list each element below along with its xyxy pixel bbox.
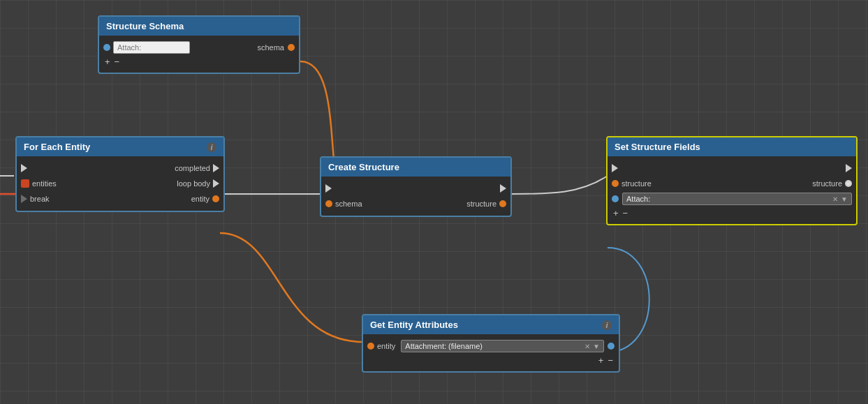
create-structure-title: Create Structure [328,162,399,172]
create-exec-out-tri [500,184,506,193]
get-entity-attributes-body: entity Attachment: (filename) ✕ ▼ + − [363,334,619,371]
entities-square [21,179,29,188]
set-fields-structure-in-label: structure [621,179,652,188]
get-entity-clear-btn[interactable]: ✕ [584,343,590,350]
create-schema-in: schema [325,200,362,208]
set-fields-exec-row [608,160,856,176]
structure-schema-remove[interactable]: − [115,57,120,67]
get-entity-remove[interactable]: − [608,355,613,366]
for-each-entities-row: entities loop body [17,176,223,191]
for-each-exec-in [21,164,27,172]
for-each-entity-header: For Each Entity i [17,137,223,156]
loop-body-out: loop body [177,179,219,188]
get-entity-attributes-title: Get Entity Attributes [370,320,458,330]
create-schema-circle [325,200,332,207]
create-structure-ports-row: schema structure [321,196,510,211]
get-entity-dropdown-arrow[interactable]: ▼ [593,343,600,350]
set-fields-structure-in: structure [612,179,652,188]
break-triangle [21,195,27,203]
set-fields-structure-out: structure [812,179,852,188]
set-fields-blue-circle [612,195,619,202]
set-fields-add[interactable]: + [613,208,619,218]
structure-schema-add-remove: + − [99,55,299,68]
structure-schema-attach-row: schema [99,40,299,55]
create-schema-label: schema [335,200,362,208]
for-each-break-row: break entity [17,191,223,207]
set-structure-fields-header: Set Structure Fields [608,137,856,156]
set-fields-dropdown-arrow[interactable]: ▼ [841,195,848,203]
structure-schema-attach-input[interactable] [113,41,190,54]
set-fields-structure-in-circle [612,180,619,187]
for-each-entity-node: For Each Entity i completed entities [15,136,225,212]
create-structure-node: Create Structure schema structure [320,156,512,217]
set-fields-structure-row: structure structure [608,176,856,191]
get-entity-label: entity [377,342,395,350]
structure-schema-header: Structure Schema [99,17,299,36]
create-structure-out-circle [499,200,506,207]
set-fields-exec-in-tri [612,164,618,172]
completed-triangle [213,164,219,172]
create-structure-out: structure [466,200,506,208]
set-fields-attach-text: Attach: [626,195,650,203]
get-entity-circle [367,343,374,350]
break-label: break [30,195,50,203]
create-structure-exec-in [325,184,332,193]
for-each-entity-body: completed entities loop body b [17,156,223,211]
schema-input-circle [103,44,110,51]
for-each-entity-title: For Each Entity [24,142,90,152]
schema-output-label: schema [257,43,284,52]
entity-out-label: entity [191,195,209,203]
set-fields-attach-row: Attach: ✕ ▼ [608,191,856,207]
create-structure-body: schema structure [321,177,510,216]
get-entity-attachment-input[interactable]: Attachment: (filename) ✕ ▼ [401,340,604,352]
get-entity-attributes-info: i [602,320,612,330]
schema-output-circle [288,44,295,51]
exec-in-triangle [21,164,27,172]
set-structure-fields-body: structure structure Attach: ✕ ▼ [608,156,856,224]
get-entity-row: entity Attachment: (filename) ✕ ▼ [363,338,619,354]
set-fields-structure-out-label: structure [812,179,842,188]
for-each-entity-info: i [207,142,216,152]
for-each-exec-row: completed [17,160,223,176]
structure-schema-input-port [103,41,190,54]
entity-out-circle [212,195,219,202]
get-entity-attributes-header: Get Entity Attributes i [363,315,619,334]
get-entity-add[interactable]: + [598,355,604,366]
create-structure-header: Create Structure [321,158,510,177]
entity-out-port: entity [191,195,219,203]
node-canvas: Structure Schema schema + − For Each Ent… [0,0,868,404]
loop-body-triangle [213,179,219,188]
structure-schema-add[interactable]: + [105,57,110,67]
set-fields-exec-out-tri [846,164,852,172]
set-fields-attach-input[interactable]: Attach: ✕ ▼ [622,193,852,205]
get-entity-output-circle [608,343,615,350]
structure-schema-body: schema + − [99,36,299,73]
create-structure-exec-out [500,184,506,193]
set-fields-clear-btn[interactable]: ✕ [832,195,838,203]
loop-body-label: loop body [177,179,210,188]
get-entity-attributes-node: Get Entity Attributes i entity Attachmen… [362,314,620,373]
set-fields-remove[interactable]: − [623,208,628,218]
get-entity-in: entity [367,342,401,350]
set-fields-exec-out [846,164,852,172]
set-fields-add-remove: + − [608,207,856,220]
set-fields-exec-in [612,164,618,172]
create-structure-exec-row [321,181,510,196]
set-fields-structure-out-circle [845,180,852,187]
completed-label: completed [175,164,210,172]
structure-schema-title: Structure Schema [106,21,184,31]
break-in-port: break [21,195,50,203]
entities-in-port: entities [21,179,57,188]
entities-label: entities [32,179,57,188]
set-structure-fields-title: Set Structure Fields [615,142,700,152]
for-each-completed-out: completed [175,164,219,172]
structure-schema-node: Structure Schema schema + − [98,15,300,74]
get-entity-add-remove: + − [363,354,619,367]
create-structure-out-label: structure [466,200,496,208]
create-exec-in-tri [325,184,332,193]
set-structure-fields-node: Set Structure Fields structure structur [606,136,858,225]
get-entity-attachment-text: Attachment: (filename) [405,342,483,350]
